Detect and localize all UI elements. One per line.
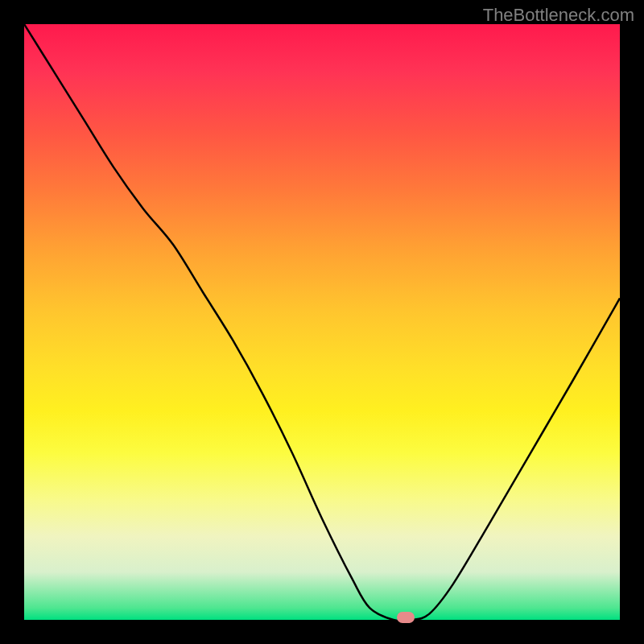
optimal-marker xyxy=(397,612,415,623)
watermark-text: TheBottleneck.com xyxy=(483,5,634,26)
chart-container: TheBottleneck.com xyxy=(0,0,644,644)
bottleneck-curve xyxy=(24,24,620,620)
plot-area xyxy=(24,24,620,620)
